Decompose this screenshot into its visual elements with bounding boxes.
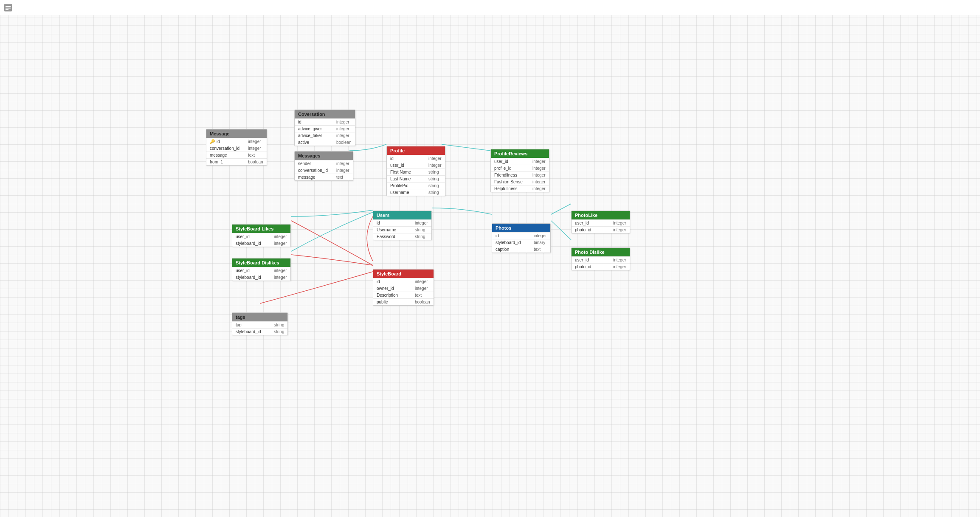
field-name: user_id bbox=[236, 268, 265, 273]
field-type: integer bbox=[532, 186, 546, 191]
field-type: string bbox=[274, 323, 284, 327]
logo bbox=[4, 4, 14, 11]
field-type: integer bbox=[248, 146, 261, 151]
table-header-photos: Photos bbox=[492, 224, 550, 232]
field-type: boolean bbox=[415, 300, 430, 304]
field-type: integer bbox=[532, 180, 546, 184]
field-type: boolean bbox=[336, 140, 352, 145]
field-name: id bbox=[496, 233, 525, 238]
logo-icon bbox=[4, 4, 12, 11]
field-name: Last Name bbox=[390, 177, 420, 181]
table-header-message: Message bbox=[206, 129, 267, 138]
table-row: id integer bbox=[492, 232, 550, 239]
table-row: message text bbox=[206, 152, 267, 158]
table-row: id integer bbox=[387, 155, 445, 162]
table-row: ProfilePic string bbox=[387, 182, 445, 189]
table-profilereviews[interactable]: ProfileReviews user_id integer profile_i… bbox=[490, 149, 549, 192]
table-row: styleboard_id binary bbox=[492, 239, 550, 246]
field-type: integer bbox=[274, 241, 287, 246]
field-name: active bbox=[298, 140, 328, 145]
table-photodislike[interactable]: Photo Dislike user_id integer photo_id i… bbox=[571, 247, 630, 270]
canvas bbox=[0, 0, 980, 517]
table-row: Helpfullness integer bbox=[491, 185, 549, 192]
table-row: sender integer bbox=[295, 160, 353, 167]
field-type: text bbox=[248, 153, 255, 157]
table-row: Password string bbox=[373, 233, 431, 240]
table-row: user_id integer bbox=[232, 233, 290, 240]
field-name: user_id bbox=[575, 221, 605, 225]
table-row: id integer bbox=[373, 278, 434, 285]
table-row: id integer bbox=[373, 219, 431, 226]
field-name: message bbox=[298, 175, 328, 180]
field-name: advice_taker bbox=[298, 133, 328, 138]
field-name: styleboard_id bbox=[236, 275, 265, 280]
field-name: user_id bbox=[390, 163, 420, 168]
field-type: integer bbox=[336, 161, 349, 166]
field-name: advice_giver bbox=[298, 126, 328, 131]
field-name: public bbox=[377, 300, 406, 304]
field-type: integer bbox=[248, 139, 261, 144]
table-coversation[interactable]: Coversation id integer advice_giver inte… bbox=[294, 110, 355, 146]
field-name: Password bbox=[377, 234, 406, 239]
field-name: photo_id bbox=[575, 228, 605, 232]
table-row: public boolean bbox=[373, 298, 434, 305]
field-type: integer bbox=[336, 133, 349, 138]
table-styleboardlikes[interactable]: StyleBoard Likes user_id integer stylebo… bbox=[232, 224, 291, 247]
field-name: sender bbox=[298, 161, 328, 166]
svg-rect-1 bbox=[6, 6, 11, 7]
field-name: id bbox=[377, 221, 406, 225]
table-row: styleboard_id string bbox=[232, 328, 287, 335]
table-profile[interactable]: Profile id integer user_id integer First… bbox=[386, 146, 445, 196]
table-header-users: Users bbox=[373, 211, 431, 219]
field-name: owner_id bbox=[377, 286, 406, 291]
field-type: integer bbox=[274, 275, 287, 280]
table-styleboard[interactable]: StyleBoard id integer owner_id integer D… bbox=[373, 269, 434, 306]
table-header-styleboard: StyleBoard bbox=[373, 270, 434, 278]
table-row: Last Name string bbox=[387, 175, 445, 182]
field-name: id bbox=[390, 156, 420, 161]
field-name: username bbox=[390, 190, 420, 195]
field-type: integer bbox=[532, 166, 546, 171]
table-row: conversation_id integer bbox=[206, 145, 267, 152]
table-photos[interactable]: Photos id integer styleboard_id binary c… bbox=[492, 223, 551, 253]
table-styleboarddislikes[interactable]: StyleBoard Dislikes user_id integer styl… bbox=[232, 258, 291, 281]
table-header-messages: Messages bbox=[295, 152, 353, 160]
table-header-tags: tags bbox=[232, 313, 287, 321]
field-name: conversation_id bbox=[298, 168, 328, 173]
table-tags[interactable]: tags tag string styleboard_id string bbox=[232, 312, 288, 335]
table-row: tag string bbox=[232, 321, 287, 328]
field-name: user_id bbox=[575, 258, 605, 262]
field-type: string bbox=[274, 329, 284, 334]
field-name: profile_id bbox=[494, 166, 524, 171]
field-name: Username bbox=[377, 228, 406, 232]
field-type: integer bbox=[613, 264, 626, 269]
field-type: boolean bbox=[248, 160, 263, 164]
field-name: styleboard_id bbox=[496, 240, 525, 245]
field-name: 🔑id bbox=[210, 139, 239, 144]
field-name: Helpfullness bbox=[494, 186, 524, 191]
field-name: styleboard_id bbox=[236, 241, 265, 246]
field-type: integer bbox=[274, 268, 287, 273]
field-name: id bbox=[377, 279, 406, 284]
table-row: advice_taker integer bbox=[295, 132, 355, 139]
table-messages[interactable]: Messages sender integer conversation_id … bbox=[294, 151, 353, 181]
field-type: integer bbox=[428, 156, 442, 161]
field-type: string bbox=[428, 190, 439, 195]
table-row: caption text bbox=[492, 246, 550, 253]
table-photolike[interactable]: PhotoLike user_id integer photo_id integ… bbox=[571, 211, 630, 233]
table-row: from_1 boolean bbox=[206, 158, 267, 165]
table-message[interactable]: Message 🔑id integer conversation_id inte… bbox=[206, 129, 267, 166]
field-name: message bbox=[210, 153, 239, 157]
field-type: text bbox=[336, 175, 343, 180]
table-header-photolike: PhotoLike bbox=[572, 211, 630, 219]
table-users[interactable]: Users id integer Username string Passwor… bbox=[373, 211, 432, 240]
field-name: photo_id bbox=[575, 264, 605, 269]
table-row: 🔑id integer bbox=[206, 138, 267, 145]
table-header-styleboarddislikes: StyleBoard Dislikes bbox=[232, 258, 290, 267]
table-row: profile_id integer bbox=[491, 165, 549, 171]
field-type: integer bbox=[336, 126, 349, 131]
table-row: owner_id integer bbox=[373, 285, 434, 292]
field-type: string bbox=[428, 183, 439, 188]
field-name: ProfilePic bbox=[390, 183, 420, 188]
table-row: Friendliness integer bbox=[491, 171, 549, 178]
